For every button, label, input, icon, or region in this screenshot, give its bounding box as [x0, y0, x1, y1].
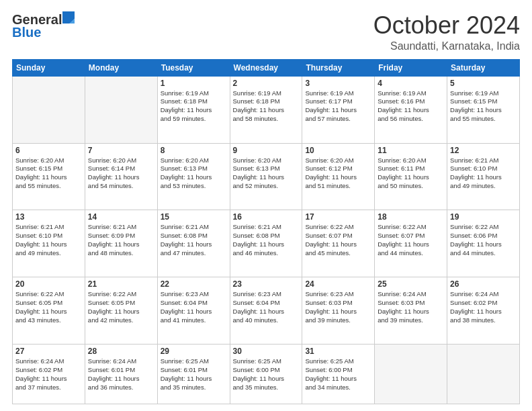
day-info: Sunrise: 6:24 AM Sunset: 6:01 PM Dayligh… — [88, 357, 154, 392]
day-info: Sunrise: 6:23 AM Sunset: 6:03 PM Dayligh… — [305, 290, 371, 324]
calendar-cell: 12Sunrise: 6:21 AM Sunset: 6:10 PM Dayli… — [447, 143, 520, 210]
calendar-week-2: 13Sunrise: 6:21 AM Sunset: 6:10 PM Dayli… — [13, 210, 520, 277]
calendar-cell: 9Sunrise: 6:20 AM Sunset: 6:13 PM Daylig… — [230, 143, 302, 210]
day-info: Sunrise: 6:20 AM Sunset: 6:12 PM Dayligh… — [305, 156, 371, 191]
day-info: Sunrise: 6:24 AM Sunset: 6:02 PM Dayligh… — [15, 357, 82, 392]
calendar-cell: 16Sunrise: 6:21 AM Sunset: 6:08 PM Dayli… — [230, 210, 302, 277]
calendar-cell: 8Sunrise: 6:20 AM Sunset: 6:13 PM Daylig… — [157, 143, 230, 210]
day-info: Sunrise: 6:22 AM Sunset: 6:06 PM Dayligh… — [450, 223, 517, 257]
day-number: 3 — [305, 79, 371, 88]
calendar-cell: 6Sunrise: 6:20 AM Sunset: 6:15 PM Daylig… — [13, 143, 85, 210]
calendar-cell: 10Sunrise: 6:20 AM Sunset: 6:12 PM Dayli… — [302, 143, 375, 210]
day-number: 20 — [15, 279, 82, 289]
day-number: 2 — [233, 79, 300, 88]
calendar-cell: 27Sunrise: 6:24 AM Sunset: 6:02 PM Dayli… — [13, 345, 85, 404]
calendar-week-3: 20Sunrise: 6:22 AM Sunset: 6:05 PM Dayli… — [13, 277, 520, 345]
day-info: Sunrise: 6:22 AM Sunset: 6:05 PM Dayligh… — [88, 290, 154, 324]
calendar-cell: 30Sunrise: 6:25 AM Sunset: 6:00 PM Dayli… — [230, 345, 302, 404]
day-number: 4 — [378, 79, 444, 88]
day-info: Sunrise: 6:21 AM Sunset: 6:10 PM Dayligh… — [15, 223, 82, 257]
day-info: Sunrise: 6:22 AM Sunset: 6:05 PM Dayligh… — [15, 290, 82, 324]
col-tuesday: Tuesday — [157, 59, 230, 76]
day-info: Sunrise: 6:22 AM Sunset: 6:07 PM Dayligh… — [305, 223, 371, 257]
calendar-week-4: 27Sunrise: 6:24 AM Sunset: 6:02 PM Dayli… — [13, 345, 520, 404]
day-info: Sunrise: 6:19 AM Sunset: 6:18 PM Dayligh… — [233, 89, 300, 124]
calendar-cell — [85, 76, 157, 143]
calendar-cell: 29Sunrise: 6:25 AM Sunset: 6:01 PM Dayli… — [157, 345, 230, 404]
calendar-cell: 14Sunrise: 6:21 AM Sunset: 6:09 PM Dayli… — [85, 210, 157, 277]
calendar-cell: 21Sunrise: 6:22 AM Sunset: 6:05 PM Dayli… — [85, 277, 157, 345]
day-info: Sunrise: 6:25 AM Sunset: 6:01 PM Dayligh… — [161, 357, 227, 392]
day-info: Sunrise: 6:21 AM Sunset: 6:10 PM Dayligh… — [450, 156, 517, 191]
calendar-cell: 23Sunrise: 6:23 AM Sunset: 6:04 PM Dayli… — [230, 277, 302, 345]
day-number: 14 — [88, 212, 154, 222]
calendar-cell: 28Sunrise: 6:24 AM Sunset: 6:01 PM Dayli… — [85, 345, 157, 404]
day-info: Sunrise: 6:19 AM Sunset: 6:17 PM Dayligh… — [305, 89, 371, 124]
calendar-cell: 19Sunrise: 6:22 AM Sunset: 6:06 PM Dayli… — [447, 210, 520, 277]
col-monday: Monday — [85, 59, 157, 76]
day-info: Sunrise: 6:24 AM Sunset: 6:03 PM Dayligh… — [378, 290, 444, 324]
calendar-cell: 25Sunrise: 6:24 AM Sunset: 6:03 PM Dayli… — [375, 277, 447, 345]
day-number: 25 — [378, 279, 444, 289]
day-number: 21 — [88, 279, 154, 289]
day-info: Sunrise: 6:19 AM Sunset: 6:16 PM Dayligh… — [378, 89, 444, 124]
day-number: 22 — [161, 279, 227, 289]
calendar-cell: 24Sunrise: 6:23 AM Sunset: 6:03 PM Dayli… — [302, 277, 375, 345]
day-number: 13 — [15, 212, 82, 222]
calendar-cell: 13Sunrise: 6:21 AM Sunset: 6:10 PM Dayli… — [13, 210, 85, 277]
col-friday: Friday — [375, 59, 447, 76]
calendar-cell: 11Sunrise: 6:20 AM Sunset: 6:11 PM Dayli… — [375, 143, 447, 210]
calendar-cell: 31Sunrise: 6:25 AM Sunset: 6:00 PM Dayli… — [302, 345, 375, 404]
col-thursday: Thursday — [302, 59, 375, 76]
day-number: 26 — [450, 279, 517, 289]
logo: General Blue — [12, 12, 75, 40]
calendar-cell: 17Sunrise: 6:22 AM Sunset: 6:07 PM Dayli… — [302, 210, 375, 277]
logo-icon — [62, 11, 75, 24]
calendar-cell: 7Sunrise: 6:20 AM Sunset: 6:14 PM Daylig… — [85, 143, 157, 210]
day-info: Sunrise: 6:25 AM Sunset: 6:00 PM Dayligh… — [233, 357, 300, 392]
col-sunday: Sunday — [13, 59, 85, 76]
day-info: Sunrise: 6:20 AM Sunset: 6:15 PM Dayligh… — [15, 156, 82, 191]
logo-blue: Blue — [12, 25, 41, 40]
calendar-cell: 15Sunrise: 6:21 AM Sunset: 6:08 PM Dayli… — [157, 210, 230, 277]
calendar-table: Sunday Monday Tuesday Wednesday Thursday… — [12, 59, 520, 404]
day-info: Sunrise: 6:24 AM Sunset: 6:02 PM Dayligh… — [450, 290, 517, 324]
day-number: 12 — [450, 146, 517, 155]
day-number: 1 — [161, 79, 227, 88]
day-number: 31 — [305, 347, 371, 356]
header: General Blue October 2024 Saundatti, Kar… — [12, 12, 520, 52]
day-info: Sunrise: 6:20 AM Sunset: 6:14 PM Dayligh… — [88, 156, 154, 191]
day-number: 23 — [233, 279, 300, 289]
calendar-cell — [447, 345, 520, 404]
day-info: Sunrise: 6:25 AM Sunset: 6:00 PM Dayligh… — [305, 357, 371, 392]
calendar-cell: 26Sunrise: 6:24 AM Sunset: 6:02 PM Dayli… — [447, 277, 520, 345]
day-info: Sunrise: 6:20 AM Sunset: 6:11 PM Dayligh… — [378, 156, 444, 191]
day-number: 19 — [450, 212, 517, 222]
day-number: 29 — [161, 347, 227, 356]
calendar-header-row: Sunday Monday Tuesday Wednesday Thursday… — [13, 59, 520, 76]
day-number: 17 — [305, 212, 371, 222]
day-info: Sunrise: 6:20 AM Sunset: 6:13 PM Dayligh… — [161, 156, 227, 191]
day-info: Sunrise: 6:22 AM Sunset: 6:07 PM Dayligh… — [378, 223, 444, 257]
page: General Blue October 2024 Saundatti, Kar… — [0, 0, 532, 411]
day-number: 11 — [378, 146, 444, 155]
day-number: 16 — [233, 212, 300, 222]
calendar-cell: 22Sunrise: 6:23 AM Sunset: 6:04 PM Dayli… — [157, 277, 230, 345]
day-number: 7 — [88, 146, 154, 155]
calendar-cell: 4Sunrise: 6:19 AM Sunset: 6:16 PM Daylig… — [375, 76, 447, 143]
day-info: Sunrise: 6:21 AM Sunset: 6:08 PM Dayligh… — [161, 223, 227, 257]
calendar-cell — [375, 345, 447, 404]
calendar-cell — [13, 76, 85, 143]
day-info: Sunrise: 6:23 AM Sunset: 6:04 PM Dayligh… — [161, 290, 227, 324]
calendar-week-0: 1Sunrise: 6:19 AM Sunset: 6:18 PM Daylig… — [13, 76, 520, 143]
calendar-cell: 1Sunrise: 6:19 AM Sunset: 6:18 PM Daylig… — [157, 76, 230, 143]
calendar-cell: 3Sunrise: 6:19 AM Sunset: 6:17 PM Daylig… — [302, 76, 375, 143]
col-saturday: Saturday — [447, 59, 520, 76]
day-number: 10 — [305, 146, 371, 155]
day-info: Sunrise: 6:21 AM Sunset: 6:08 PM Dayligh… — [233, 223, 300, 257]
calendar-cell: 2Sunrise: 6:19 AM Sunset: 6:18 PM Daylig… — [230, 76, 302, 143]
calendar-week-1: 6Sunrise: 6:20 AM Sunset: 6:15 PM Daylig… — [13, 143, 520, 210]
day-number: 28 — [88, 347, 154, 356]
day-number: 27 — [15, 347, 82, 356]
day-number: 5 — [450, 79, 517, 88]
